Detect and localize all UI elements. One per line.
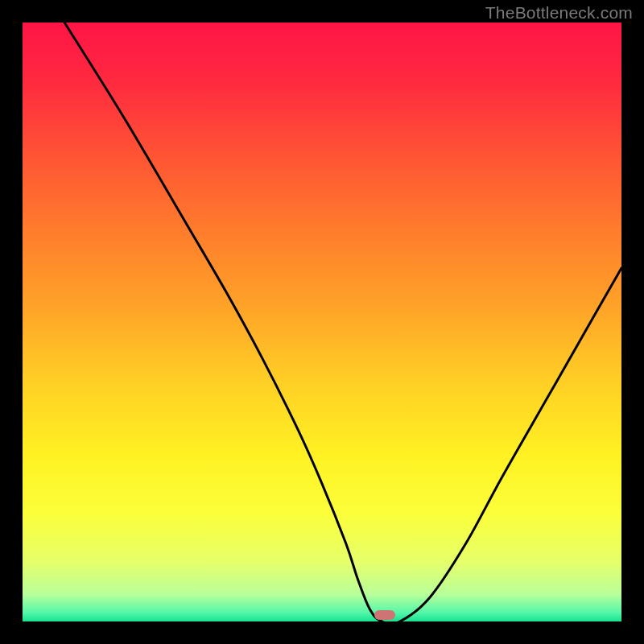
watermark-text: TheBottleneck.com: [485, 3, 633, 23]
optimal-marker: [374, 610, 395, 620]
chart-frame: TheBottleneck.com: [0, 0, 644, 644]
bottleneck-chart: [23, 23, 621, 621]
gradient-background: [23, 23, 621, 621]
plot-area: [23, 23, 621, 621]
